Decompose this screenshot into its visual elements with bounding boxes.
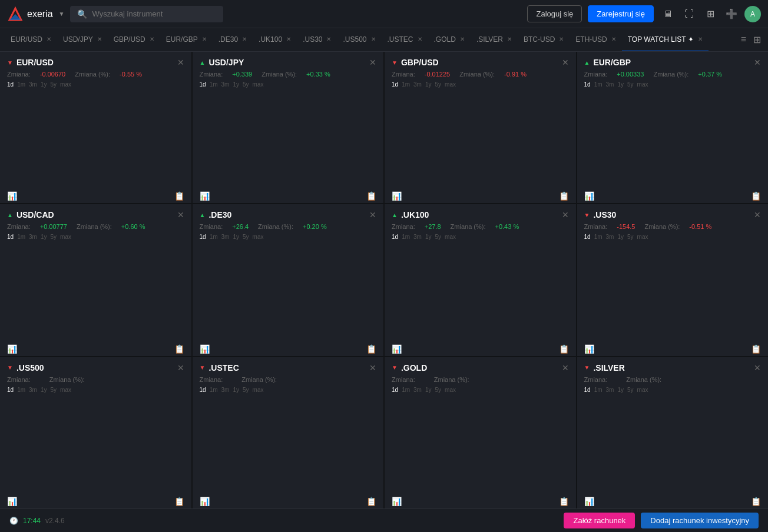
tf-1y-eurusd[interactable]: 1y	[41, 81, 47, 88]
tab-usdjpy[interactable]: USD/JPY ✕	[57, 28, 108, 52]
tab-silver[interactable]: .SILVER ✕	[471, 28, 518, 52]
tf-3m-usdjpy[interactable]: 3m	[221, 81, 230, 88]
card-close-de30[interactable]: ✕	[369, 210, 376, 220]
tf-5y-silver[interactable]: 5y	[627, 387, 634, 393]
tf-max-eurgbp[interactable]: max	[637, 81, 648, 88]
notes-icon-gbpusd[interactable]: 📋	[559, 191, 569, 201]
tf-1m-eurgbp[interactable]: 1m	[594, 81, 603, 88]
notes-icon-eurusd[interactable]: 📋	[174, 191, 184, 201]
fullscreen-icon[interactable]: ⛶	[681, 6, 697, 22]
tab-close-gold[interactable]: ✕	[460, 36, 465, 42]
tf-max-gold[interactable]: max	[445, 387, 456, 393]
tf-1d-us500[interactable]: 1d	[7, 387, 14, 393]
tf-1d-gbpusd[interactable]: 1d	[392, 81, 398, 88]
tab-close-us500[interactable]: ✕	[371, 36, 376, 42]
tf-max-gbpusd[interactable]: max	[445, 81, 456, 88]
tf-3m-gold[interactable]: 3m	[413, 387, 422, 393]
tf-5y-gbpusd[interactable]: 5y	[435, 81, 442, 88]
tab-us500[interactable]: .US500 ✕	[337, 28, 381, 52]
chart-area-eurusd[interactable]	[0, 89, 191, 189]
tf-5y-us30[interactable]: 5y	[627, 234, 634, 240]
notes-icon-usdjpy[interactable]: 📋	[366, 191, 376, 201]
tab-close-eurusd[interactable]: ✕	[47, 36, 51, 42]
tf-1y-usdcad[interactable]: 1y	[41, 234, 47, 240]
card-close-us30[interactable]: ✕	[754, 210, 761, 220]
tf-3m-uk100[interactable]: 3m	[413, 234, 422, 240]
card-close-gold[interactable]: ✕	[562, 363, 569, 373]
tf-5y-eurgbp[interactable]: 5y	[627, 81, 634, 88]
card-close-eurgbp[interactable]: ✕	[754, 58, 761, 67]
tf-1d-silver[interactable]: 1d	[584, 387, 591, 393]
tf-3m-de30[interactable]: 3m	[221, 234, 230, 240]
notes-icon-silver[interactable]: 📋	[751, 497, 761, 506]
tab-close-uk100[interactable]: ✕	[286, 36, 291, 42]
tf-1y-eurgbp[interactable]: 1y	[617, 81, 624, 88]
search-bar[interactable]: 🔍	[70, 6, 223, 22]
tf-1d-gold[interactable]: 1d	[392, 387, 398, 393]
create-account-button[interactable]: Załóż rachunek	[564, 513, 635, 528]
logo-dropdown[interactable]: ▼	[59, 11, 65, 17]
chart-type-icon-us500[interactable]: 📊	[7, 497, 17, 506]
tf-1m-silver[interactable]: 1m	[594, 387, 603, 393]
tf-max-silver[interactable]: max	[637, 387, 648, 393]
logo[interactable]: exeria	[7, 6, 53, 22]
tf-5y-eurusd[interactable]: 5y	[51, 81, 57, 88]
tab-eurusd[interactable]: EUR/USD ✕	[5, 28, 57, 52]
card-close-uk100[interactable]: ✕	[562, 210, 569, 220]
tf-1d-eurgbp[interactable]: 1d	[584, 81, 591, 88]
chart-area-uk100[interactable]	[385, 241, 576, 341]
tf-1y-gbpusd[interactable]: 1y	[425, 81, 432, 88]
tab-uk100[interactable]: .UK100 ✕	[253, 28, 297, 52]
chart-type-icon-us30[interactable]: 📊	[584, 344, 594, 354]
chart-area-usdcad[interactable]	[0, 241, 191, 341]
chart-area-usdjpy[interactable]	[193, 89, 384, 189]
tf-1m-eurusd[interactable]: 1m	[17, 81, 25, 88]
grid-icon[interactable]: ⊞	[702, 6, 719, 22]
tf-3m-ustec[interactable]: 3m	[221, 387, 230, 393]
tf-1y-uk100[interactable]: 1y	[425, 234, 432, 240]
tf-5y-ustec[interactable]: 5y	[243, 387, 249, 393]
tab-btcusd[interactable]: BTC-USD ✕	[518, 28, 570, 52]
tf-max-us500[interactable]: max	[60, 387, 71, 393]
tf-3m-usdcad[interactable]: 3m	[29, 234, 37, 240]
tab-de30[interactable]: .DE30 ✕	[213, 28, 253, 52]
list-view-icon[interactable]: ≡	[739, 32, 749, 48]
tf-1m-us500[interactable]: 1m	[17, 387, 25, 393]
add-icon[interactable]: ➕	[723, 6, 740, 22]
tab-close-de30[interactable]: ✕	[242, 36, 247, 42]
tf-3m-us30[interactable]: 3m	[606, 234, 614, 240]
tab-close-topwatchlist[interactable]: ✕	[698, 36, 703, 42]
tab-close-eurgbp[interactable]: ✕	[202, 36, 207, 42]
tf-5y-usdcad[interactable]: 5y	[51, 234, 57, 240]
tf-5y-uk100[interactable]: 5y	[435, 234, 442, 240]
tab-close-btcusd[interactable]: ✕	[559, 36, 564, 42]
notes-icon-uk100[interactable]: 📋	[559, 344, 569, 354]
chart-type-icon-uk100[interactable]: 📊	[392, 344, 402, 354]
tf-1m-usdjpy[interactable]: 1m	[210, 81, 218, 88]
chart-type-icon-eurusd[interactable]: 📊	[7, 191, 17, 201]
notes-icon-usdcad[interactable]: 📋	[174, 344, 184, 354]
add-investment-account-button[interactable]: Dodaj rachunek inwestycyjny	[641, 513, 759, 528]
tab-close-us30[interactable]: ✕	[326, 36, 331, 42]
search-input[interactable]	[92, 9, 216, 18]
notes-icon-gold[interactable]: 📋	[559, 497, 569, 506]
tf-3m-eurusd[interactable]: 3m	[29, 81, 37, 88]
register-button[interactable]: Zarejestruj się	[588, 5, 654, 22]
card-close-ustec[interactable]: ✕	[369, 363, 376, 373]
tab-eurgbp[interactable]: EUR/GBP ✕	[160, 28, 213, 52]
tf-1m-de30[interactable]: 1m	[210, 234, 218, 240]
tf-max-ustec[interactable]: max	[253, 387, 264, 393]
chart-type-icon-gbpusd[interactable]: 📊	[392, 191, 402, 201]
tf-1d-de30[interactable]: 1d	[200, 234, 206, 240]
tf-1y-gold[interactable]: 1y	[425, 387, 432, 393]
tf-1d-ustec[interactable]: 1d	[200, 387, 206, 393]
tab-ustec[interactable]: .USTEC ✕	[382, 28, 428, 52]
chart-type-icon-eurgbp[interactable]: 📊	[584, 191, 594, 201]
notes-icon-eurgbp[interactable]: 📋	[751, 191, 761, 201]
avatar[interactable]: A	[744, 6, 761, 22]
tf-1d-usdjpy[interactable]: 1d	[200, 81, 206, 88]
notes-icon-us500[interactable]: 📋	[174, 497, 184, 506]
tf-1y-us500[interactable]: 1y	[41, 387, 47, 393]
tf-max-usdcad[interactable]: max	[60, 234, 71, 240]
chart-area-eurgbp[interactable]	[577, 89, 769, 189]
